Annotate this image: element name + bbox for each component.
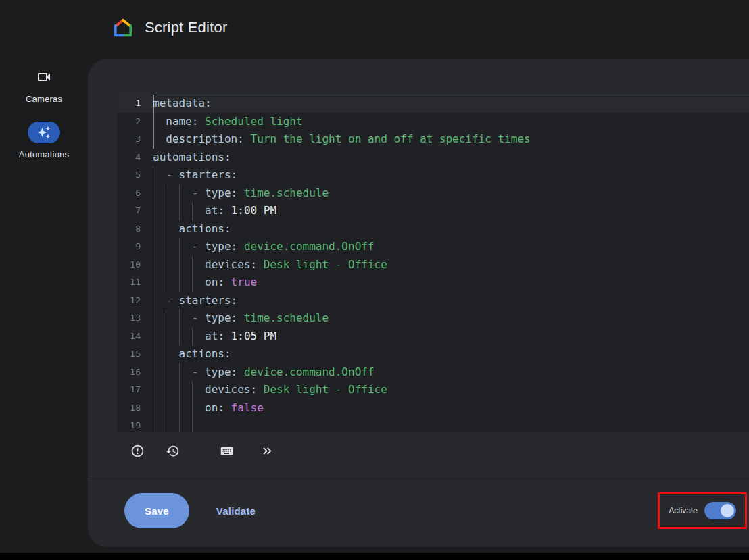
indent-guide — [166, 220, 178, 238]
script-editor-card: 1metadata:2name: Scheduled light3descrip… — [88, 59, 749, 547]
camera-icon — [28, 66, 60, 88]
indent-guide — [153, 113, 166, 131]
indent-guide — [153, 399, 166, 417]
history-button[interactable] — [161, 440, 184, 463]
indent-guide — [166, 238, 178, 256]
code-text: metadata: — [153, 95, 749, 113]
code-line[interactable]: 13- type: time.schedule — [118, 309, 749, 328]
code-text: at: 1:05 PM — [153, 328, 749, 346]
indent-guide — [192, 202, 205, 220]
line-number: 15 — [118, 345, 153, 363]
indent-guide — [153, 166, 166, 184]
code-line[interactable]: 16- type: device.command.OnOff — [118, 363, 749, 382]
bottom-strip — [0, 553, 749, 560]
indent-guide — [153, 238, 166, 256]
indent-guide — [153, 309, 166, 328]
history-icon — [166, 444, 180, 460]
code-text: on: true — [153, 274, 749, 292]
indent-guide — [179, 381, 192, 399]
code-text: actions: — [153, 345, 749, 363]
code-text: name: Scheduled light — [153, 113, 749, 131]
indent-guide — [166, 256, 178, 274]
indent-guide — [179, 184, 192, 203]
code-line[interactable]: 11on: true — [118, 274, 749, 292]
indent-guide — [166, 202, 178, 220]
line-number: 17 — [118, 381, 153, 399]
indent-guide — [166, 399, 178, 417]
line-number: 6 — [118, 184, 153, 203]
line-number: 3 — [118, 130, 153, 149]
save-button[interactable]: Save — [124, 493, 189, 528]
code-line[interactable]: 17devices: Desk light - Office — [118, 381, 749, 399]
sidebar-item-cameras[interactable]: Cameras — [26, 66, 62, 104]
code-line[interactable]: 18on: false — [118, 399, 749, 417]
indent-guide — [153, 130, 166, 149]
code-line[interactable]: 9- type: device.command.OnOff — [118, 238, 749, 256]
indent-guide — [166, 363, 178, 382]
indent-guide — [153, 328, 166, 346]
code-text: on: false — [153, 399, 749, 417]
code-line[interactable]: 6- type: time.schedule — [118, 184, 749, 203]
code-line[interactable]: 14at: 1:05 PM — [118, 328, 749, 346]
line-number: 14 — [118, 328, 153, 346]
indent-guide — [166, 381, 178, 399]
indent-guide — [179, 309, 192, 328]
code-line[interactable]: 5- starters: — [118, 166, 749, 184]
editor-footer: Save Validate Activate — [88, 476, 749, 545]
keyboard-icon — [220, 444, 234, 460]
code-line[interactable]: 8actions: — [118, 220, 749, 238]
code-text: at: 1:00 PM — [153, 202, 749, 220]
editor-toolbar — [126, 440, 749, 463]
app-header: Script Editor — [0, 0, 749, 59]
indent-guide — [192, 274, 205, 292]
line-number: 19 — [118, 417, 153, 432]
indent-guide — [166, 184, 178, 203]
code-text: - type: time.schedule — [153, 309, 749, 328]
activate-toggle[interactable] — [704, 502, 736, 519]
line-number: 11 — [118, 274, 153, 292]
code-line[interactable]: 3description: Turn the light on and off … — [118, 130, 749, 149]
code-line[interactable]: 2name: Scheduled light — [118, 113, 749, 131]
line-number: 8 — [118, 220, 153, 238]
code-line[interactable]: 15actions: — [118, 345, 749, 363]
indent-guide — [179, 274, 192, 292]
indent-guide — [192, 256, 205, 274]
code-line[interactable]: 1metadata: — [118, 95, 749, 113]
indent-guide — [179, 399, 192, 417]
code-line[interactable]: 10devices: Desk light - Office — [118, 256, 749, 274]
page-title: Script Editor — [145, 19, 227, 36]
indent-guide — [166, 345, 178, 363]
line-number: 18 — [118, 399, 153, 417]
code-line[interactable]: 19 — [118, 417, 749, 432]
more-tools-button[interactable] — [256, 440, 279, 463]
code-line[interactable]: 12- starters: — [118, 292, 749, 310]
line-number: 10 — [118, 256, 153, 274]
indent-guide — [192, 328, 205, 346]
indent-guide — [179, 328, 192, 346]
activate-label: Activate — [669, 506, 698, 515]
sparkle-icon — [28, 122, 60, 143]
code-text: - type: time.schedule — [153, 184, 749, 203]
indent-guide — [153, 220, 166, 238]
code-line[interactable]: 7at: 1:00 PM — [118, 202, 749, 220]
sidebar-item-label: Cameras — [26, 94, 62, 104]
indent-guide — [153, 292, 166, 310]
code-text: devices: Desk light - Office — [153, 381, 749, 399]
indent-guide — [179, 238, 192, 256]
indent-guide — [179, 202, 192, 220]
code-line[interactable]: 4automations: — [118, 149, 749, 167]
keyboard-button[interactable] — [215, 440, 238, 463]
double-chevron-right-icon — [260, 444, 274, 460]
indent-guide — [153, 184, 166, 203]
problems-button[interactable] — [126, 440, 149, 463]
code-editor[interactable]: 1metadata:2name: Scheduled light3descrip… — [118, 95, 749, 432]
indent-guide — [179, 256, 192, 274]
error-outline-icon — [130, 444, 145, 460]
sidebar-item-automations[interactable]: Automations — [19, 122, 69, 159]
google-home-logo-icon[interactable] — [112, 17, 134, 39]
code-text: - starters: — [153, 166, 749, 184]
code-text: - starters: — [153, 292, 749, 310]
indent-guide — [153, 417, 166, 432]
validate-button[interactable]: Validate — [212, 505, 260, 517]
line-number: 7 — [118, 202, 153, 220]
